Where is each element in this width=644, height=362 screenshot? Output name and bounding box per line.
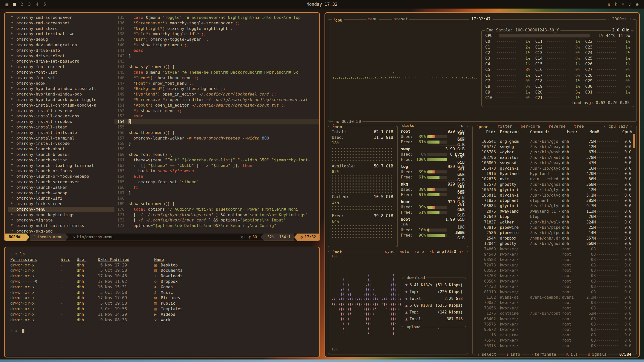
process-row[interactable]: 106777swaybg/usr/bin/swaybg -i /homdhh12…: [473, 144, 632, 149]
workspace-active-indicator[interactable]: [13, 3, 16, 6]
process-row[interactable]: 102796nautilus/usr/bin/nautilus --newdhh…: [473, 155, 632, 160]
footer-select-button[interactable]: ↑select: [476, 352, 497, 357]
file-item[interactable]: *omarchy-menu-keybindings: [8, 212, 114, 218]
file-item[interactable]: *omarchy-install-docker-dbs: [8, 113, 114, 119]
keyboard-layout-icon[interactable]: ⌨: [622, 2, 624, 7]
code-line[interactable]: 172 [ -f ~/.config/hypr/input.conf ] && …: [114, 217, 319, 223]
column-header-pid[interactable]: Pid:: [476, 129, 496, 135]
code-line[interactable]: 142}: [114, 53, 319, 59]
code-line[interactable]: 136 *Screensaver*) omarchy-toggle-screen…: [114, 20, 319, 26]
btop-menu-button[interactable]: menu: [367, 16, 379, 22]
file-item[interactable]: *omarchy-launch-webapp: [8, 190, 114, 196]
file-item[interactable]: *omarchy-cmd-terminal-cwd: [8, 31, 114, 37]
file-item[interactable]: *omarchy-hyprland-workspace-toggle: [8, 97, 114, 103]
file-item[interactable]: *omarchy-launch-browser: [8, 152, 114, 157]
process-row[interactable]: 94540kworker/root0B0.0: [473, 252, 632, 257]
code-line[interactable]: 151 *About*) open_in_editor ~/.config/om…: [114, 103, 319, 108]
process-row[interactable]: 81310kworker/root0B0.0: [473, 289, 632, 295]
file-item[interactable]: *omarchy-install-tailscale: [8, 130, 114, 135]
process-row[interactable]: 16rcu_preeroot0B0.0: [473, 332, 632, 338]
process-row[interactable]: 71837walker/usr/bin/walker --gappldhh324…: [473, 219, 632, 225]
process-row[interactable]: 73703kworker/root0B0.0: [473, 273, 632, 279]
footer-terminate-button[interactable]: ↵terminate: [529, 352, 557, 357]
interval-increase-button[interactable]: +: [629, 17, 631, 21]
file-item[interactable]: *omarchy-install-terminal: [8, 135, 114, 141]
process-row[interactable]: 1162avahi-daavahi-daemon: running [avahi…: [473, 295, 632, 300]
workspace-4[interactable]: 4: [36, 2, 38, 7]
process-row[interactable]: 1916HyprlandHyprlanddhh420M0.0: [473, 171, 632, 176]
code-line[interactable]: 162 if [[ "$theme" == "CNCLD" || -z "$th…: [114, 163, 319, 168]
code-line[interactable]: 138 *Idle*) omarchy-toggle-idle ;;: [114, 31, 319, 37]
code-line[interactable]: 150 *Screensaver*) open_in_editor ~/.con…: [114, 97, 319, 103]
process-row[interactable]: 73656kworker/root0B0.0: [473, 305, 632, 311]
workspace-3[interactable]: 3: [28, 2, 31, 7]
file-item[interactable]: *omarchy-migrate: [8, 217, 114, 223]
code-line[interactable]: 167}: [114, 190, 319, 196]
footer-info-button[interactable]: ↓info: [505, 352, 521, 357]
power-icon[interactable]: ◉: [636, 2, 638, 7]
process-row[interactable]: 2586pipewire/usr/bin/pipewire-pulsedhh14…: [473, 230, 632, 236]
code-line[interactable]: 135 case $(menu "Toggle" "▣ Screensaver\…: [114, 15, 319, 20]
process-row[interactable]: 79032kworker/root0B0.0: [473, 300, 632, 305]
code-line[interactable]: 147 *Font*) show_font_menu ;;: [114, 81, 319, 86]
process-row[interactable]: 76577kworker/root0B0.0: [473, 338, 632, 343]
process-row[interactable]: 87649btopbtopdhh26M0.0: [473, 214, 632, 219]
code-line[interactable]: 144show_style_menu() {: [114, 64, 319, 70]
file-item[interactable]: *omarchy-font-current: [8, 64, 114, 70]
file-item[interactable]: *omarchy-launch-about: [8, 146, 114, 152]
file-item[interactable]: *omarchy-font-set: [8, 75, 114, 81]
file-item[interactable]: *omarchy-cmd-share: [8, 26, 114, 31]
prev-interface-button[interactable]: ‹b: [429, 249, 434, 254]
btop-preset-button[interactable]: preset: [392, 16, 409, 22]
file-item[interactable]: *omarchy-debug: [8, 37, 114, 42]
file-item[interactable]: *omarchy-dev-add-migration: [8, 42, 114, 48]
code-line[interactable]: 166 fi: [114, 185, 319, 190]
column-header-mem[interactable]: MemB: [584, 129, 599, 135]
file-item[interactable]: *omarchy-drive-info: [8, 48, 114, 53]
code-line[interactable]: 173 options="$options\n⚙ Defaults\n◍ DNS…: [114, 223, 319, 229]
file-item[interactable]: *omarchy-hyprland-window-pop: [8, 92, 114, 97]
process-row[interactable]: 2075XwaylandXwayland :1 -rootless -dhh11…: [473, 209, 632, 214]
volume-icon[interactable]: ♪: [629, 2, 631, 7]
file-item[interactable]: *omarchy-font-list: [8, 70, 114, 75]
file-item[interactable]: *omarchy-launch-floating-terminal-: [8, 163, 114, 168]
interval-decrease-button[interactable]: -: [607, 17, 610, 21]
process-row[interactable]: 72073kworker/root0B0.0: [473, 262, 632, 268]
proc-filter-button[interactable]: filter: [496, 124, 513, 129]
code-line[interactable]: 154}: [114, 119, 319, 124]
process-row[interactable]: 68402kworker/root0B0.0: [473, 316, 632, 322]
process-row[interactable]: 2544dropbox/home/dhh/.dropbox-distdhh357…: [473, 236, 632, 241]
network-interface-selector[interactable]: ‹b enp191s0 n›: [428, 249, 465, 254]
net-sync-button[interactable]: sync: [383, 249, 396, 254]
code-line[interactable]: 171 [ -f ~/.config/hypr/bindings.conf ] …: [114, 212, 319, 218]
process-row[interactable]: 87573ghostty/usr/bin/ghostty --gtk-dhh36…: [473, 182, 632, 187]
code-line[interactable]: 159: [114, 146, 319, 152]
file-item[interactable]: *omarchy-launch-editor: [8, 157, 114, 163]
file-item[interactable]: *omarchy-drive-select: [8, 53, 114, 59]
app-launcher-icon[interactable]: ▦: [6, 2, 8, 7]
process-row[interactable]: 74733kworker/root0B0.0: [473, 284, 632, 289]
file-item[interactable]: *omarchy-install-dev-env: [8, 108, 114, 114]
file-item[interactable]: *omarchy-cmd-screenshot: [8, 20, 114, 26]
file-item[interactable]: *omarchy-launch-screensaver: [8, 179, 114, 185]
process-row[interactable]: 106746glycin-i/usr/lib/glycin-loadersdhh…: [473, 187, 632, 193]
update-interval-control[interactable]: - 2000ms +: [606, 16, 633, 22]
column-header-program[interactable]: Program:: [496, 129, 527, 135]
sort-next-button[interactable]: ›: [630, 124, 633, 129]
code-line[interactable]: 158}: [114, 141, 319, 146]
file-item[interactable]: *omarchy-pkg-add: [8, 229, 114, 234]
file-item[interactable]: *omarchy-hook: [8, 81, 114, 86]
column-header-user[interactable]: User:: [564, 129, 584, 135]
process-row[interactable]: 106786waybar/usr/bin/waybardhh67M0.0: [473, 150, 632, 155]
screencast-icon[interactable]: ⇅: [608, 2, 610, 7]
code-line[interactable]: 169show_setup_menu() {: [114, 201, 319, 207]
process-row[interactable]: 74869kworker/root0B0.0: [473, 246, 632, 252]
code-line[interactable]: 145 case $(menu "Style" "◉ Theme\n◆ Font…: [114, 70, 319, 75]
code-line[interactable]: 168: [114, 196, 319, 201]
process-row[interactable]: 1275containe/usr/bin/containerdroot52M0.…: [473, 311, 632, 316]
sort-prev-button[interactable]: ‹: [603, 124, 606, 129]
process-row[interactable]: 106541org.gnom/usr/bin/gjs /usr/lib/odhh…: [473, 139, 632, 144]
workspace-2[interactable]: 2: [21, 2, 23, 7]
code-line[interactable]: 155: [114, 124, 319, 130]
process-row[interactable]: 103684glycin-i/usr/lib/glycin-loadersdhh…: [473, 203, 632, 209]
